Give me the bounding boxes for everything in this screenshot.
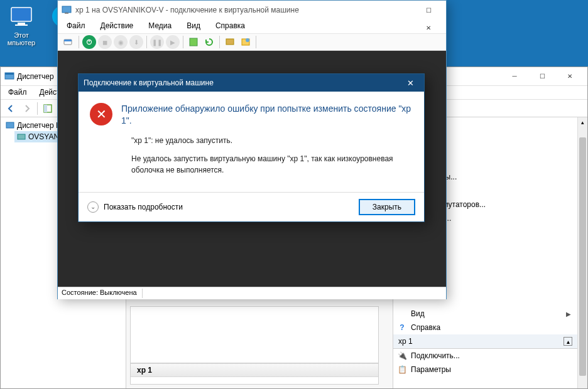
help-icon: ? [397,322,407,333]
hyperv-icon [4,72,14,82]
svg-rect-11 [6,122,14,128]
svg-rect-14 [65,13,68,14]
status-text: Состояние: Выключена [62,289,143,298]
connect-icon: 🔌 [397,351,407,361]
checkpoint-button[interactable] [187,35,200,49]
svg-rect-2 [15,24,28,26]
menu-help[interactable]: Справка [208,19,253,33]
pause-button: ❚❚ [150,35,164,49]
action-params[interactable]: 📋Параметры [393,363,577,376]
chevron-down-icon: ⌄ [87,201,99,213]
share-button[interactable] [239,35,253,49]
error-line1: "xp 1": не удалось запустить. [121,136,413,146]
error-heading: Приложение обнаружило ошибку при попытке… [121,103,413,127]
start-button[interactable] [82,35,96,49]
svg-rect-8 [44,105,47,112]
menu-file[interactable]: Файл [59,19,93,33]
nav-fwd-button[interactable] [19,101,35,116]
scroll-thumb[interactable] [579,137,586,376]
turnoff-button: ◼ [98,35,112,49]
collapse-icon[interactable]: ▴ [564,337,572,346]
scroll-up-icon[interactable]: ▴ [578,117,587,127]
params-icon: 📋 [397,365,407,375]
menu-view[interactable]: Вид [179,19,208,33]
error-title: Подключение к виртуальной машине [84,78,401,87]
menu-media[interactable]: Медиа [141,19,179,33]
svg-point-22 [246,38,249,42]
error-titlebar[interactable]: Подключение к виртуальной машине ✕ [79,74,424,92]
revert-button[interactable] [202,35,216,49]
action-connect[interactable]: 🔌Подключить... [393,349,577,363]
menu-file[interactable]: Файл [2,86,33,99]
close-button[interactable]: ✕ [401,76,419,90]
monitor-icon [8,3,35,30]
svg-rect-16 [64,40,72,41]
desktop-label: Этот мпьютер [3,31,40,46]
desktop-computer-icon[interactable]: Этот мпьютер [3,3,40,46]
maximize-button[interactable]: ☐ [528,68,556,85]
nav-back-button[interactable] [3,101,18,116]
svg-rect-12 [18,134,25,139]
ctrl-alt-del-button[interactable] [60,35,75,50]
vmconnect-icon [62,5,72,15]
close-dialog-button[interactable]: Закрыть [359,199,415,215]
vmconnect-titlebar[interactable]: xp 1 на OVSYANNIKOV-V - подключение к ви… [58,1,446,19]
error-line2: Не удалось запустить виртуальную машину … [121,154,413,176]
svg-rect-20 [226,39,234,45]
vmconnect-statusbar: Состояние: Выключена [58,287,446,299]
shutdown-button: ◉ [114,35,128,49]
show-details-button[interactable]: ⌄ Показать подробности [87,201,359,213]
hyperv-icon [6,121,14,130]
close-button[interactable]: ✕ [415,19,442,36]
menu-action[interactable]: Действие [93,19,141,33]
chevron-right-icon: ▶ [566,311,571,317]
vmconnect-menubar: Файл Действие Медиа Вид Справка [58,19,446,33]
close-button[interactable]: ✕ [556,68,584,85]
vmconnect-title: xp 1 на OVSYANNIKOV-V - подключение к ви… [75,6,299,14]
action-view[interactable]: Вид▶ [393,307,577,321]
minimize-button[interactable]: ─ [501,68,528,85]
svg-rect-19 [190,38,197,46]
svg-rect-1 [18,23,25,24]
vm-name-row[interactable]: xp 1 [131,363,378,377]
server-icon [17,132,26,141]
svg-rect-13 [62,6,71,13]
vm-details-area: xp 1 [130,306,379,385]
enhanced-button[interactable] [223,35,237,49]
svg-rect-6 [5,73,14,75]
toolbar-btn[interactable] [40,101,55,116]
actions-vm-header: xp 1▴ [393,334,577,349]
svg-rect-0 [11,8,31,21]
save-button: ⬇ [129,35,143,49]
error-dialog: Подключение к виртуальной машине ✕ ✕ При… [78,73,425,222]
maximize-button[interactable]: ☐ [415,1,442,19]
scrollbar[interactable]: ▴ [577,117,587,388]
action-help[interactable]: ?Справка [393,321,577,334]
reset-button: ▶ [166,35,180,49]
vmconnect-toolbar: ◼ ◉ ⬇ ❚❚ ▶ [58,33,446,51]
error-icon: ✕ [90,103,112,125]
